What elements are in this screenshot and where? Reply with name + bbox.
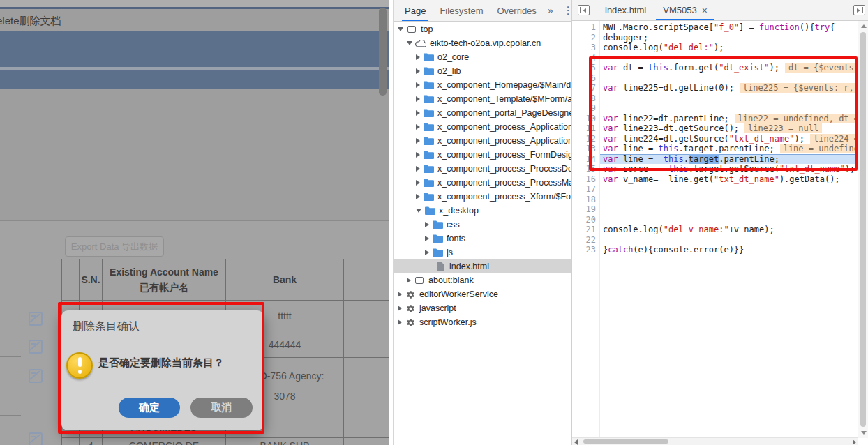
line-number[interactable]: 17 (572, 184, 596, 195)
chevron-right-icon[interactable] (416, 124, 420, 130)
line-number[interactable]: 1 (572, 22, 596, 33)
chevron-right-icon[interactable] (425, 236, 429, 241)
code-line-1[interactable]: MWF.Macro.scriptSpace["f_0"] = function(… (600, 22, 858, 33)
export-data-button[interactable]: Export Data 导出数据 (65, 236, 164, 257)
chevron-right-icon[interactable] (416, 166, 420, 172)
line-number[interactable]: 20 (572, 215, 596, 225)
tree-item-x-component-homepage-main-def[interactable]: x_component_Homepage/$Main/def (394, 78, 571, 92)
header-cell-bank: Bank (226, 259, 344, 301)
tree-item-top[interactable]: top (394, 22, 571, 36)
code-line-22[interactable] (600, 235, 858, 246)
scroll-down-icon[interactable] (861, 431, 867, 435)
chevron-right-icon[interactable] (416, 110, 420, 116)
tree-item-css[interactable]: css (394, 218, 571, 232)
code-line-19[interactable] (600, 204, 858, 215)
chevron-down-icon[interactable] (416, 209, 421, 213)
folder-icon (423, 122, 434, 132)
chevron-right-icon[interactable] (425, 222, 429, 227)
chevron-right-icon[interactable] (416, 82, 420, 88)
code-line-20[interactable] (600, 215, 858, 225)
more-tabs-icon[interactable]: » (544, 5, 558, 16)
chevron-right-icon[interactable] (416, 138, 420, 144)
tree-item-javascript[interactable]: javascript (394, 301, 571, 315)
code-line-3[interactable]: console.log("del del:"); (600, 43, 858, 53)
edit-row-icon[interactable] (29, 369, 43, 383)
tree-item-x-component-process-xform-form[interactable]: x_component_process_Xform/$Form (394, 190, 571, 204)
code-line-2[interactable]: debugger; (600, 33, 858, 43)
navigator-tab-filesystem[interactable]: Filesystem (433, 0, 490, 21)
code-line-21[interactable]: console.log("del v_name:"+v_name); (600, 225, 858, 235)
tree-item-x-desktop[interactable]: x_desktop (394, 204, 571, 218)
line-number[interactable]: 2 (572, 33, 596, 43)
chevron-right-icon[interactable] (416, 96, 420, 102)
line-number[interactable]: 23 (572, 245, 596, 255)
edit-row-icon[interactable] (29, 432, 43, 445)
tree-item-fonts[interactable]: fonts (394, 232, 571, 246)
line-number[interactable]: 22 (572, 235, 596, 246)
scroll-right-icon[interactable] (853, 439, 856, 445)
tree-item-o2-lib[interactable]: o2_lib (394, 64, 571, 78)
tree-item-label: o2_core (437, 52, 469, 62)
tree-item-x-component-process-processmana[interactable]: x_component_process_ProcessMana (394, 176, 571, 190)
gear-icon (405, 317, 416, 327)
close-tab-icon[interactable]: × (702, 7, 708, 14)
chevron-right-icon[interactable] (398, 292, 402, 297)
editor-vertical-scrollbar[interactable] (858, 21, 868, 438)
chevron-right-icon[interactable] (425, 250, 429, 255)
chevron-right-icon[interactable] (416, 152, 420, 158)
tree-item-label: x_component_process_ProcessMana (437, 178, 571, 188)
line-number[interactable]: 19 (572, 204, 596, 215)
scroll-up-icon[interactable] (861, 24, 867, 28)
tab-vm5053[interactable]: VM5053 × (654, 0, 716, 20)
code-line-23[interactable]: }catch(e){console.error(e)}} (600, 245, 858, 255)
chevron-right-icon[interactable] (398, 319, 402, 325)
chevron-right-icon[interactable] (416, 194, 420, 199)
tree-item-scriptworker-js[interactable]: scriptWorker.js (394, 315, 571, 329)
chevron-right-icon[interactable] (407, 278, 411, 283)
chevron-right-icon[interactable] (416, 180, 420, 186)
chevron-down-icon[interactable] (398, 27, 403, 31)
chevron-right-icon[interactable] (416, 68, 420, 74)
code-line-18[interactable] (600, 195, 858, 205)
hide-navigator-icon[interactable] (578, 5, 590, 15)
chevron-right-icon[interactable] (398, 306, 402, 311)
line-number[interactable]: 3 (572, 43, 596, 53)
tree-item-label: js (447, 248, 453, 257)
line-number[interactable]: 21 (572, 225, 596, 235)
navigator-tab-overrides[interactable]: Overrides (491, 0, 544, 21)
page-scrollbar-thumb[interactable] (379, 8, 387, 96)
tab-index-html[interactable]: index.html (597, 0, 654, 20)
tree-item-x-component-process-processdesig[interactable]: x_component_process_ProcessDesig (394, 162, 571, 176)
editor-horizontal-scrollbar[interactable] (572, 437, 858, 445)
horizontal-scroll-thumb[interactable] (583, 439, 668, 444)
tree-item-x-component-template-mform-att[interactable]: x_component_Template/$MForm/att (394, 92, 571, 106)
tree-item-x-component-portal-pagedesigner-[interactable]: x_component_portal_PageDesigner/$ (394, 106, 571, 120)
edit-row-icon[interactable] (29, 340, 43, 354)
navigator-tab-page[interactable]: Page (398, 0, 433, 21)
vertical-scroll-thumb[interactable] (860, 32, 866, 427)
code-line-16[interactable]: var v_name= line.get("txt_dt_name").getD… (600, 174, 858, 185)
tree-item-o2-core[interactable]: o2_core (394, 50, 571, 64)
scroll-left-icon[interactable] (574, 439, 578, 445)
tree-item-label: o2_lib (437, 66, 461, 76)
line-number[interactable]: 18 (572, 195, 596, 205)
tree-item-x-component-process-applicationex[interactable]: x_component_process_ApplicationEx (394, 134, 571, 148)
chevron-down-icon[interactable] (407, 41, 412, 45)
tree-item-index-html[interactable]: index.html (394, 259, 571, 273)
tree-item-label: x_component_portal_PageDesigner/$ (437, 108, 571, 118)
chevron-right-icon[interactable] (416, 54, 420, 60)
tree-item-editorworkerservice[interactable]: editorWorkerService (394, 287, 571, 301)
devtools-navigator-pane: PageFilesystemOverrides » ⋮ topeikto-tec… (393, 0, 572, 445)
frame-icon (406, 24, 417, 34)
code-line-17[interactable] (600, 184, 858, 195)
tree-item-x-component-process-formdesigne[interactable]: x_component_process_FormDesigne (394, 148, 571, 162)
edit-row-icon[interactable] (29, 312, 43, 326)
tree-item-eikto-tech-o2oa-vip-cpolar-cn[interactable]: eikto-tech-o2oa.vip.cpolar.cn (394, 36, 571, 50)
folder-icon (423, 192, 434, 202)
tree-item-x-component-process-application-[interactable]: x_component_process_Application/$ (394, 120, 571, 134)
tree-item-js[interactable]: js (394, 246, 571, 259)
gear-icon (405, 303, 416, 313)
line-number[interactable]: 16 (572, 174, 596, 185)
show-drawer-icon[interactable] (853, 5, 865, 15)
tree-item-about-blank[interactable]: about:blank (394, 273, 571, 287)
